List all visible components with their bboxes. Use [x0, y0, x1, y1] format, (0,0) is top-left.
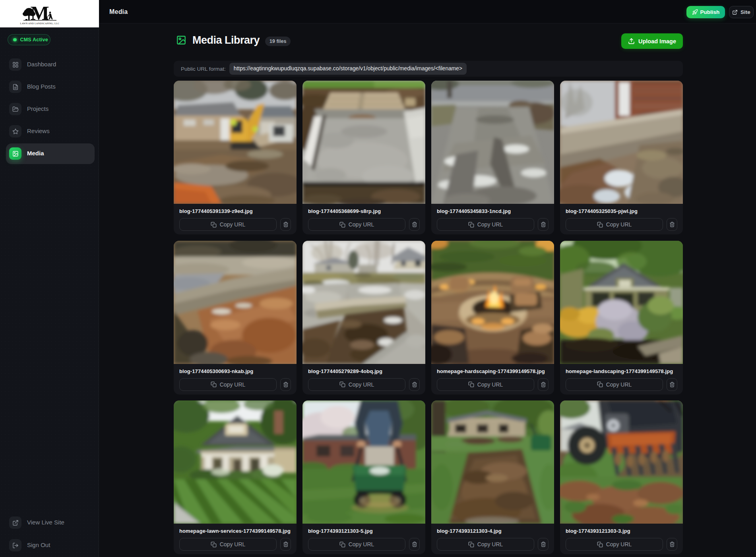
svg-text:LAWN AND LANDSCAPING, LLC: LAWN AND LANDSCAPING, LLC	[20, 22, 60, 25]
